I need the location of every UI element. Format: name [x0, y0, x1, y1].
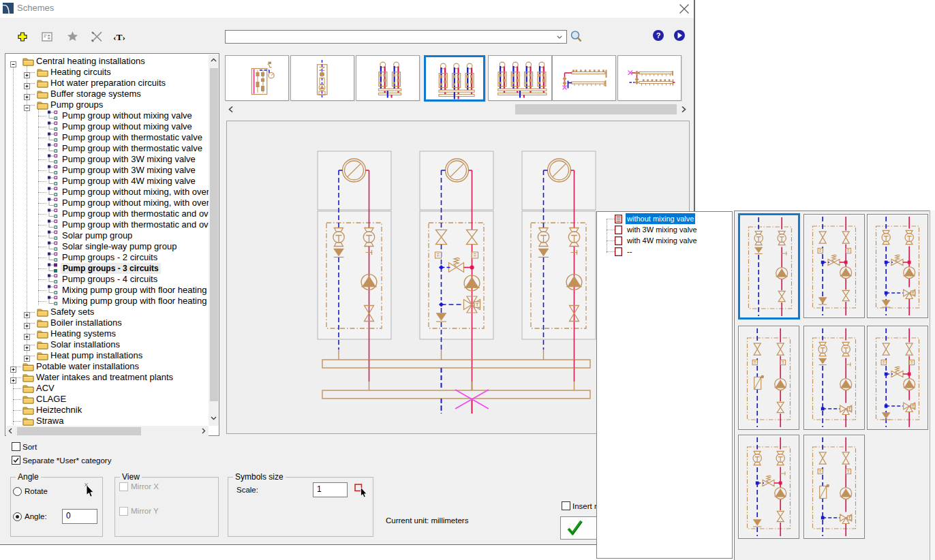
svg-text:?: ? — [656, 31, 661, 40]
